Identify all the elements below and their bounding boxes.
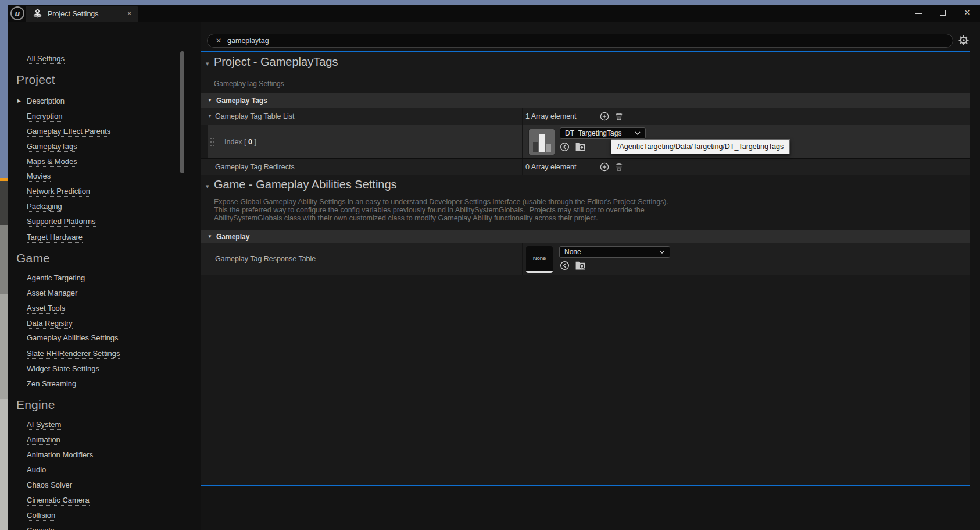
sidebar-item-asset-tools[interactable]: Asset Tools [27,304,65,314]
minimize-icon [915,13,922,14]
asset-dropdown-value: DT_TargetingTags [565,129,621,137]
expand-arrow-icon[interactable]: ▶ [17,98,21,104]
sidebar-item-audio[interactable]: Audio [27,465,46,475]
sidebar-item-ai-system[interactable]: AI System [27,420,61,430]
settings-details-panel: ▾ Project - GameplayTags GameplayTag Set… [201,51,970,486]
drag-handle-icon[interactable] [210,137,214,149]
response-table-dropdown-value: None [564,248,581,256]
tab-project-settings[interactable]: Project Settings ✕ [26,6,138,22]
sidebar-item-animation-modifiers[interactable]: Animation Modifiers [27,450,93,460]
browse-to-asset-icon[interactable] [575,260,586,272]
array-indent [201,125,208,158]
row-right-divider [958,125,958,158]
category-gameplay[interactable]: ▼ Gameplay [201,230,970,243]
search-input[interactable] [227,37,925,45]
settings-nav-sidebar: All Settings Project ▶ Description Encry… [8,22,201,530]
use-selected-asset-icon[interactable] [560,142,570,154]
sidebar-item-maps-modes[interactable]: Maps & Modes [27,157,77,167]
row-right-divider [958,243,958,275]
maximize-icon [940,10,946,16]
column-divider [522,243,523,275]
settings-main-area: ✕ ▾ Project - GameplayTa [201,22,980,530]
screen: u Project Settings ✕ [0,0,980,530]
column-divider [522,159,523,175]
row-gameplay-tag-redirects: Gameplay Tag Redirects 0 Array element [201,159,970,175]
sidebar-item-widget-state-settings[interactable]: Widget State Settings [27,364,99,374]
section2-description-line3: AbilitySystemGlobals class with their ow… [214,214,598,222]
column-divider [522,108,523,125]
delete-array-icon[interactable] [614,162,624,174]
sidebar-scrollbar[interactable] [180,51,184,173]
window-minimize-button[interactable] [911,6,927,20]
sidebar-item-gameplay-effect-parents[interactable]: Gameplay Effect Parents [27,127,110,137]
row-right-divider [958,108,958,125]
clear-search-icon[interactable]: ✕ [216,37,221,45]
row-array-index-0: Index [ 0 ] DT_TargetingTags [201,125,970,159]
sidebar-item-zen-streaming[interactable]: Zen Streaming [27,379,76,389]
section2-collapse-icon[interactable]: ▾ [206,183,209,190]
section1-collapse-icon[interactable]: ▾ [206,60,209,67]
asset-dropdown[interactable]: DT_TargetingTags [560,127,646,139]
sidebar-item-description[interactable]: Description [27,97,65,106]
sidebar-item-network-prediction[interactable]: Network Prediction [27,187,90,197]
sidebar-item-slate-rhirenderer-settings[interactable]: Slate RHIRenderer Settings [27,349,120,359]
sidebar-section-engine: Engine [16,398,55,412]
project-settings-window: u Project Settings ✕ [8,5,980,530]
category-label: Gameplay Tags [216,97,267,105]
sidebar-section-project: Project [16,73,55,87]
row-label: Gameplay Tag Table List [215,112,294,120]
sidebar-item-all-settings[interactable]: All Settings [27,54,65,64]
add-array-element-icon[interactable] [600,162,609,174]
sidebar-item-console[interactable]: Console [27,526,55,530]
search-field[interactable]: ✕ [207,34,953,48]
sidebar-item-gameplay-abilities-settings[interactable]: Gameplay Abilities Settings [27,333,119,343]
sidebar-item-supported-platforms[interactable]: Supported Platforms [27,217,96,227]
sidebar-item-movies[interactable]: Movies [27,172,51,182]
add-array-element-icon[interactable] [600,112,609,123]
sidebar-item-target-hardware[interactable]: Target Hardware [27,233,83,243]
settings-gear-icon[interactable] [958,34,971,47]
unreal-logo-icon: u [10,6,24,20]
sidebar-item-agentic-targeting[interactable]: Agentic Targeting [27,273,85,283]
sidebar-item-cinematic-camera[interactable]: Cinematic Camera [27,496,90,506]
category-label: Gameplay [216,233,249,241]
row-right-divider [958,159,958,175]
column-divider [522,125,523,158]
row-gameplay-tag-response-table: Gameplay Tag Response Table None None [201,243,970,275]
sidebar-item-collision[interactable]: Collision [27,511,55,521]
sidebar-item-gameplaytags[interactable]: GameplayTags [27,142,77,152]
section2-description-line1: Expose Global Gameplay Ability Settings … [214,198,668,206]
datatable-asset-thumbnail[interactable] [528,129,555,155]
row-collapse-icon[interactable]: ▼ [208,113,212,119]
sidebar-item-packaging[interactable]: Packaging [27,202,62,212]
section1-title: Project - GameplayTags [214,55,338,69]
row-gameplay-tag-table-list: ▼ Gameplay Tag Table List 1 Array elemen… [201,108,970,125]
sidebar-item-asset-manager[interactable]: Asset Manager [27,289,77,298]
sidebar-item-animation[interactable]: Animation [27,435,60,445]
window-close-button[interactable]: ✕ [960,6,975,20]
delete-array-icon[interactable] [614,112,624,123]
browse-to-asset-icon[interactable] [575,141,586,154]
section2-description-line2: This the preferred way to configure the … [214,206,645,214]
response-table-dropdown[interactable]: None [559,246,670,258]
tab-title: Project Settings [48,10,99,18]
sidebar-section-game: Game [16,251,50,265]
section2-title: Game - Gameplay Abilities Settings [214,178,397,191]
category-collapse-icon[interactable]: ▼ [208,234,212,239]
sidebar-item-data-registry[interactable]: Data Registry [27,319,73,329]
tab-close-icon[interactable]: ✕ [127,10,132,17]
none-asset-thumbnail[interactable]: None [526,246,553,273]
use-selected-asset-icon[interactable] [560,261,570,273]
close-icon: ✕ [964,8,971,17]
category-gameplay-tags[interactable]: ▼ Gameplay Tags [201,93,970,108]
window-maximize-button[interactable] [935,6,950,20]
array-count: 1 Array element [525,112,577,120]
row-label: Gameplay Tag Redirects [215,163,295,171]
sidebar-item-encryption[interactable]: Encryption [27,112,62,122]
array-count: 0 Array element [525,163,577,171]
section1-subtitle: GameplayTag Settings [214,80,284,88]
sidebar-item-chaos-solver[interactable]: Chaos Solver [27,481,72,490]
titlebar[interactable]: u Project Settings ✕ [8,5,980,22]
chevron-down-icon [635,131,641,135]
category-collapse-icon[interactable]: ▼ [208,98,212,103]
